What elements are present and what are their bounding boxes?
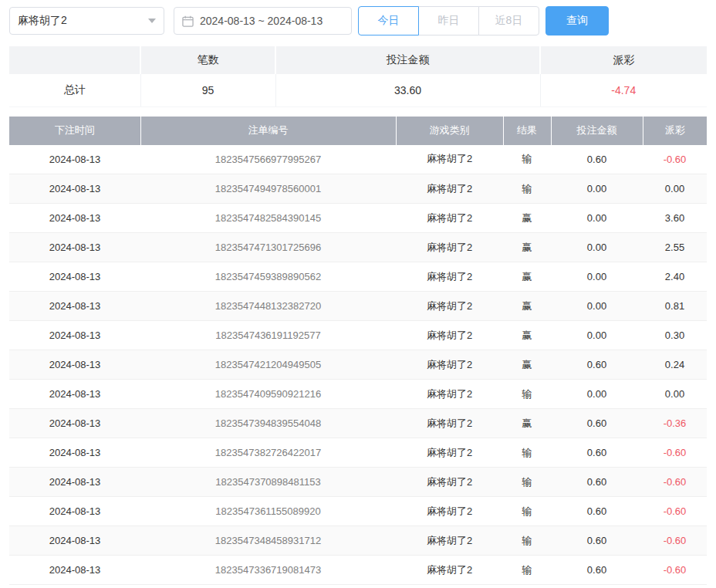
game-select[interactable]: 麻将胡了2 [9, 7, 164, 35]
game-type-cell: 麻将胡了2 [396, 262, 503, 292]
bet-amount-cell: 0.60 [551, 438, 643, 468]
payout-cell: 0.00 [643, 380, 707, 409]
summary-total-bet-amount: 33.60 [275, 74, 540, 106]
date-range-value: 2024-08-13 ~ 2024-08-13 [200, 15, 323, 27]
bet-amount-cell: 0.00 [551, 380, 643, 409]
bet-amount-cell: 0.60 [551, 145, 643, 174]
bet-amount-cell: 0.60 [551, 497, 643, 526]
game-type-cell: 麻将胡了2 [396, 556, 503, 585]
summary-total-label: 总计 [9, 74, 140, 106]
order-id-cell: 1823547471301725696 [140, 233, 396, 262]
summary-total-row: 总计 95 33.60 -4.74 [9, 74, 707, 106]
table-row: 2024-08-131823547482584390145麻将胡了2赢0.003… [9, 204, 707, 233]
bet-history-page: 麻将胡了2 2024-08-13 ~ 2024-08-13 今日 昨日 近8日 … [0, 0, 716, 585]
bet-amount-cell: 0.60 [551, 350, 643, 380]
result-cell: 输 [503, 380, 551, 409]
order-id-cell: 1823547348458931712 [140, 526, 396, 556]
game-type-cell: 麻将胡了2 [396, 380, 503, 409]
summary-total-payout: -4.74 [540, 74, 707, 106]
bet-time-cell: 2024-08-13 [9, 409, 140, 438]
payout-cell: 0.81 [643, 292, 707, 321]
header-game-type: 游戏类别 [396, 117, 503, 145]
summary-header-empty [9, 46, 140, 74]
payout-cell: -0.60 [643, 468, 707, 497]
payout-cell: -0.60 [643, 497, 707, 526]
order-id-cell: 1823547421204949505 [140, 350, 396, 380]
payout-cell: -0.60 [643, 145, 707, 174]
order-id-cell: 1823547448132382720 [140, 292, 396, 321]
result-cell: 赢 [503, 204, 551, 233]
bet-time-cell: 2024-08-13 [9, 350, 140, 380]
result-cell: 输 [503, 468, 551, 497]
result-cell: 输 [503, 526, 551, 556]
bet-time-cell: 2024-08-13 [9, 292, 140, 321]
date-range-input[interactable]: 2024-08-13 ~ 2024-08-13 [174, 7, 352, 35]
order-id-cell: 1823547361155089920 [140, 497, 396, 526]
bet-amount-cell: 0.00 [551, 204, 643, 233]
summary-header-payout: 派彩 [540, 46, 707, 74]
bet-amount-cell: 0.00 [551, 174, 643, 204]
bet-time-cell: 2024-08-13 [9, 380, 140, 409]
game-type-cell: 麻将胡了2 [396, 438, 503, 468]
game-select-value: 麻将胡了2 [18, 14, 67, 28]
summary-header-bet-amount: 投注金额 [275, 46, 540, 74]
calendar-icon [182, 15, 194, 27]
summary-header-count: 笔数 [140, 46, 275, 74]
order-id-cell: 1823547394839554048 [140, 409, 396, 438]
order-id-cell: 1823547436191192577 [140, 321, 396, 350]
table-row: 2024-08-131823547494978560001麻将胡了2输0.000… [9, 174, 707, 204]
order-id-cell: 1823547336719081473 [140, 556, 396, 585]
query-button[interactable]: 查询 [545, 6, 609, 35]
table-row: 2024-08-131823547436191192577麻将胡了2赢0.000… [9, 321, 707, 350]
header-result: 结果 [503, 117, 551, 145]
result-cell: 输 [503, 556, 551, 585]
table-row: 2024-08-131823547421204949505麻将胡了2赢0.600… [9, 350, 707, 380]
payout-cell: -0.60 [643, 526, 707, 556]
order-id-cell: 1823547459389890562 [140, 262, 396, 292]
quick-date-button-group: 今日 昨日 近8日 [358, 6, 539, 35]
table-row: 2024-08-131823547382726422017麻将胡了2输0.60-… [9, 438, 707, 468]
result-cell: 赢 [503, 262, 551, 292]
game-type-cell: 麻将胡了2 [396, 350, 503, 380]
table-row: 2024-08-131823547361155089920麻将胡了2输0.60-… [9, 497, 707, 526]
order-id-cell: 1823547494978560001 [140, 174, 396, 204]
order-id-cell: 1823547382726422017 [140, 438, 396, 468]
table-row: 2024-08-131823547348458931712麻将胡了2输0.60-… [9, 526, 707, 556]
last-8-days-button[interactable]: 近8日 [478, 6, 539, 35]
game-type-cell: 麻将胡了2 [396, 321, 503, 350]
game-type-cell: 麻将胡了2 [396, 468, 503, 497]
result-cell: 输 [503, 174, 551, 204]
bet-amount-cell: 0.60 [551, 556, 643, 585]
payout-cell: 2.55 [643, 233, 707, 262]
result-cell: 赢 [503, 409, 551, 438]
bet-amount-cell: 0.60 [551, 526, 643, 556]
result-cell: 输 [503, 438, 551, 468]
game-type-cell: 麻将胡了2 [396, 233, 503, 262]
header-payout: 派彩 [643, 117, 707, 145]
game-type-cell: 麻将胡了2 [396, 204, 503, 233]
bet-time-cell: 2024-08-13 [9, 526, 140, 556]
bet-amount-cell: 0.00 [551, 292, 643, 321]
bet-time-cell: 2024-08-13 [9, 497, 140, 526]
game-type-cell: 麻将胡了2 [396, 526, 503, 556]
bet-time-cell: 2024-08-13 [9, 174, 140, 204]
table-row: 2024-08-131823547459389890562麻将胡了2赢0.002… [9, 262, 707, 292]
payout-cell: 0.30 [643, 321, 707, 350]
bet-time-cell: 2024-08-13 [9, 204, 140, 233]
yesterday-button[interactable]: 昨日 [418, 6, 479, 35]
payout-cell: 0.00 [643, 174, 707, 204]
bet-amount-cell: 0.00 [551, 262, 643, 292]
payout-cell: -0.60 [643, 556, 707, 585]
today-button[interactable]: 今日 [358, 6, 419, 35]
bet-table-header-row: 下注时间 注单编号 游戏类别 结果 投注金额 派彩 [9, 117, 707, 145]
summary-header-row: 笔数 投注金额 派彩 [9, 46, 707, 74]
table-row: 2024-08-131823547566977995267麻将胡了2输0.60-… [9, 145, 707, 174]
table-row: 2024-08-131823547370898481153麻将胡了2输0.60-… [9, 468, 707, 497]
order-id-cell: 1823547482584390145 [140, 204, 396, 233]
result-cell: 赢 [503, 292, 551, 321]
payout-cell: 2.40 [643, 262, 707, 292]
bet-amount-cell: 0.00 [551, 321, 643, 350]
game-type-cell: 麻将胡了2 [396, 292, 503, 321]
bet-time-cell: 2024-08-13 [9, 468, 140, 497]
bet-table: 下注时间 注单编号 游戏类别 结果 投注金额 派彩 2024-08-131823… [9, 117, 707, 586]
